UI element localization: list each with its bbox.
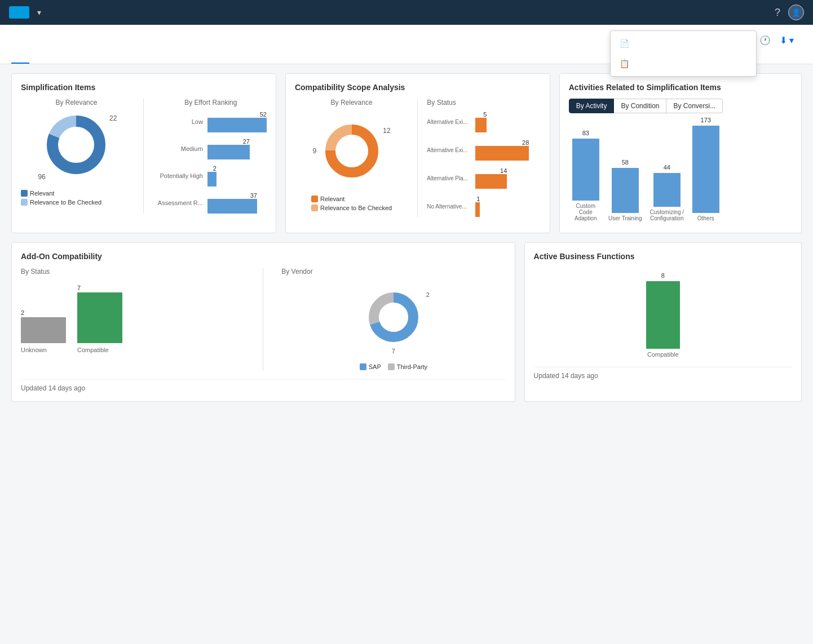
addon-footer2: Updated 14 days ago (21, 379, 506, 392)
download-button[interactable]: ⬇ ▾ (779, 34, 795, 47)
addon-status-lbl2: By Status (21, 268, 245, 276)
top-nav: ▾ ? 👤 (0, 0, 813, 25)
simp-body: By Relevance 96 22 Relevant (21, 99, 267, 214)
abf-title2: Active Business Functions (534, 252, 792, 261)
addon-status-bars2: 2 Unknown 7 Compatible (21, 285, 245, 353)
stat-wrap-0: 5 (475, 111, 487, 132)
tp-dot2 (388, 363, 395, 370)
act-tab-activity[interactable]: By Activity (569, 99, 615, 113)
activities-title2: Activities Related to Simplification Ite… (569, 83, 792, 92)
simp-relevant-dot (21, 190, 28, 197)
abf-card2: Active Business Functions 8 Compatible U… (524, 242, 802, 402)
compat-leg-rel: Relevant (311, 196, 392, 202)
stat-lbl-2: Alternative Pla... (427, 175, 472, 181)
vendor-7: 7 (392, 348, 395, 354)
main-content: Simplification Items By Relevance 96 22 … (0, 64, 813, 420)
compat-status-lbl2: By Status (427, 99, 540, 106)
history-button[interactable]: 🕐 (758, 34, 772, 47)
act-val-training: 58 (622, 159, 629, 166)
user-avatar[interactable]: 👤 (788, 5, 804, 20)
compat-legend2: Relevant Relevance to Be Checked (311, 196, 392, 211)
stat-lbl-0: Alternative Exi... (427, 119, 472, 125)
effort-bar-ph (207, 172, 216, 186)
nav-dropdown-icon[interactable]: ▾ (37, 8, 41, 17)
act-bar-custom-rect (572, 139, 599, 201)
page-header: ↻ ℹ 🕐 ⬇ ▾ 📄 📋 (0, 25, 813, 64)
abf-body2: 8 Compatible (534, 268, 792, 358)
addon-unknown2: 2 Unknown (21, 309, 66, 353)
effort-val-ph: 2 (213, 165, 216, 172)
document-icon: 📄 (620, 39, 629, 48)
stat-bar-2 (475, 174, 507, 189)
abf-lbl: Compatible (647, 351, 679, 358)
simp-96: 96 (38, 173, 45, 181)
act-tab-condition[interactable]: By Condition (614, 99, 666, 113)
effort-wrap-low: 52 (207, 111, 267, 132)
act-tab-conversion[interactable]: By Conversi... (666, 99, 723, 113)
compat-rel-lbl2: By Relevance (331, 99, 373, 106)
stat-wrap-1: 28 (475, 139, 529, 161)
stat-row-0: Alternative Exi... 5 (427, 111, 540, 132)
act-val-config: 44 (664, 164, 670, 171)
act-lbl-training: User Training (608, 215, 642, 221)
vendor-leg-tp: Third-Party (388, 363, 427, 370)
compat-rel-dot (311, 196, 318, 202)
effort-val-low: 52 (260, 111, 267, 118)
simp-legend: Relevant Relevance to Be Checked (21, 190, 132, 206)
effort-bars: Low 52 Medium 27 Poten (155, 111, 267, 214)
addon-body2: By Status 2 Unknown 7 Compatible (21, 268, 506, 370)
act-bar-config: 44 Customizing / Configuration (648, 164, 686, 221)
compat-rel2: By Relevance 9 12 Relevant (295, 99, 408, 217)
effort-row-ph: Potentially High 2 (155, 165, 267, 186)
vendor-2: 2 (426, 291, 430, 298)
abf-val: 8 (661, 272, 665, 279)
simp-div (143, 99, 144, 214)
effort-row-med: Medium 27 (155, 138, 267, 159)
addon-vendor-lbl2: By Vendor (281, 268, 312, 276)
effort-wrap-med: 27 (207, 138, 250, 159)
stat-bar-3 (475, 202, 480, 217)
act-bar-config-rect (653, 173, 681, 207)
simplification-title2: Simplification Items (21, 83, 267, 92)
compat-12: 12 (383, 127, 390, 135)
stat-row-1: Alternative Exi... 28 (427, 139, 540, 161)
effort-wrap-assess: 37 (207, 192, 257, 214)
compat-title2: Compatibility Scope Analysis (295, 83, 541, 92)
effort-val-med: 27 (243, 138, 250, 145)
effort-bar-med (207, 145, 250, 159)
abf-col: 8 Compatible (646, 272, 680, 358)
tab-sap-s4hana[interactable] (11, 54, 29, 64)
compat-card2: Compatibility Scope Analysis By Relevanc… (285, 73, 550, 233)
stat-bar-1 (475, 146, 529, 161)
stat-bar-0 (475, 118, 487, 132)
compat-leg-check: Relevance to Be Checked (311, 205, 392, 211)
generate-document-item[interactable]: 📄 (611, 33, 756, 54)
vendor-legend2: SAP Third-Party (360, 363, 427, 370)
simp-donut: 96 22 (42, 111, 110, 179)
effort-lbl-med: Medium (155, 145, 203, 152)
stat-row-3: No Alternative... 1 (427, 196, 540, 217)
effort-lbl-ph: Potentially High (155, 172, 203, 179)
stat-wrap-3: 1 (475, 196, 480, 217)
act-bar-others-rect (692, 126, 719, 213)
addon-compatible-lbl: Compatible (77, 347, 109, 353)
vendor-donut-svg2 (365, 289, 422, 345)
sap-dot2 (360, 363, 366, 370)
vendor-leg-sap: SAP (360, 363, 381, 370)
stat-lbl-3: No Alternative... (427, 203, 472, 210)
effort-bar-assess (207, 199, 257, 214)
tab-innovation[interactable] (29, 54, 47, 64)
activity-bars: 83 Custom Code Adaption 58 User Training… (569, 122, 792, 224)
effort-wrap-ph: 2 (207, 165, 216, 186)
generate-extract-item[interactable]: 📋 (611, 54, 756, 74)
effort-bar-low (207, 118, 267, 132)
act-bar-training-rect (612, 168, 639, 213)
stat-wrap-2: 14 (475, 167, 507, 189)
addon-title2: Add-On Compatibility (21, 252, 506, 261)
row-1: Simplification Items By Relevance 96 22 … (11, 73, 802, 233)
act-lbl-others: Others (692, 215, 720, 221)
row-2: Add-On Compatibility By Status 2 Unknown… (11, 242, 802, 402)
abf-footer: Updated 14 days ago (534, 367, 792, 380)
help-icon[interactable]: ? (772, 5, 783, 21)
addon-unknown-lbl: Unknown (21, 347, 47, 353)
